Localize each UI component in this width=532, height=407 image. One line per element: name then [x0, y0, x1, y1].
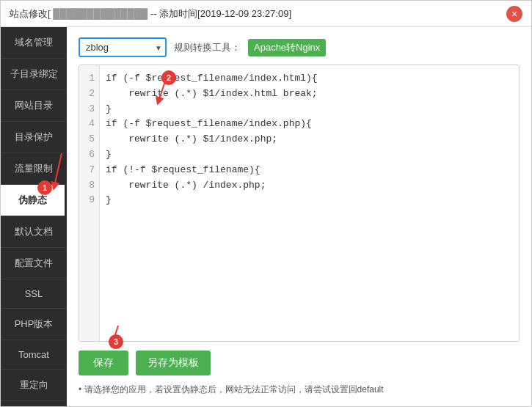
sidebar-item-dir-protect[interactable]: 目录保护 — [1, 122, 67, 153]
save-as-template-button[interactable]: 另存为模板 — [136, 351, 211, 375]
sidebar-item-redirect[interactable]: 重定向 — [1, 370, 67, 401]
sidebar-item-pseudo-static[interactable]: 伪静态 — [1, 185, 67, 216]
sidebar-item-auto-redirect[interactable]: 反向代理配置 — [1, 401, 67, 406]
main-layout: 域名管理 子目录绑定 网站目录 目录保护 流量限制 伪静态 默认文档 配置文件 … — [1, 27, 531, 406]
sidebar-item-php-version[interactable]: PHP版本 — [1, 309, 67, 340]
window-title: 站点修改[ ██████████████ -- 添加时间[2019-12-09 … — [10, 7, 291, 21]
notice-text: • 请选择您的应用，若设置伪静态后，网站无法正常访问，请尝试设置回default — [79, 383, 520, 396]
sidebar: 域名管理 子目录绑定 网站目录 目录保护 流量限制 伪静态 默认文档 配置文件 … — [1, 27, 67, 406]
close-button[interactable]: × — [506, 6, 522, 22]
button-row: 保存 另存为模板 — [79, 351, 520, 375]
main-window: 站点修改[ ██████████████ -- 添加时间[2019-12-09 … — [0, 0, 532, 407]
title-bar: 站点修改[ ██████████████ -- 添加时间[2019-12-09 … — [1, 1, 531, 27]
sidebar-item-config-file[interactable]: 配置文件 — [1, 248, 67, 279]
app-select[interactable]: zblog default wordpress discuz typecho — [79, 37, 167, 57]
code-editor: 1 2 3 4 5 6 7 8 9 if (-f $request_filena… — [79, 65, 520, 342]
apache-to-nginx-link[interactable]: Apache转Nginx — [248, 39, 326, 56]
sidebar-item-domain[interactable]: 域名管理 — [1, 27, 67, 59]
top-row: zblog default wordpress discuz typecho ▼… — [79, 37, 520, 57]
dropdown-wrapper: zblog default wordpress discuz typecho ▼ — [79, 37, 167, 57]
line-numbers: 1 2 3 4 5 6 7 8 9 — [79, 65, 100, 341]
save-button[interactable]: 保存 — [79, 351, 128, 375]
annotation-2: 2 — [161, 70, 176, 85]
code-textarea[interactable]: if (-f $request_filename/index.html){ re… — [100, 65, 519, 341]
content-area: zblog default wordpress discuz typecho ▼… — [67, 27, 531, 406]
sidebar-item-default-doc[interactable]: 默认文档 — [1, 216, 67, 248]
sidebar-item-subdir[interactable]: 子目录绑定 — [1, 59, 67, 90]
annotation-1: 1 — [37, 180, 52, 195]
tool-label: 规则转换工具： — [174, 41, 241, 54]
sidebar-item-ssl[interactable]: SSL — [1, 279, 67, 309]
sidebar-item-tomcat[interactable]: Tomcat — [1, 340, 67, 370]
sidebar-item-traffic-limit[interactable]: 流量限制 — [1, 153, 67, 185]
sidebar-item-website-dir[interactable]: 网站目录 — [1, 90, 67, 122]
annotation-3: 3 — [109, 334, 123, 349]
